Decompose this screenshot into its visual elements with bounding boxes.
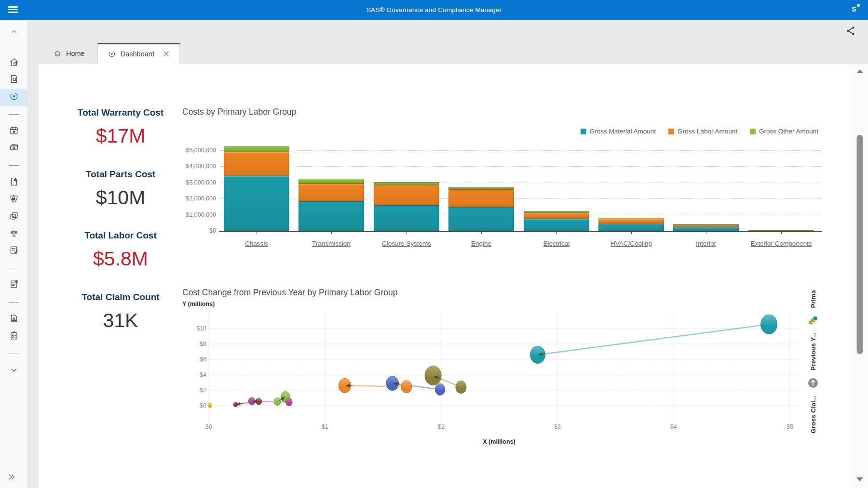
bar-segment[interactable] (524, 211, 589, 213)
tab-home[interactable]: Home (43, 43, 95, 64)
legend-item[interactable]: Gross Material Amount (581, 128, 656, 135)
bar-segment[interactable] (224, 152, 289, 176)
category-link-transmission[interactable]: Transmission (289, 240, 374, 248)
bar-segment[interactable] (224, 146, 289, 152)
scrollbar-thumb[interactable] (857, 135, 863, 354)
bubble-highlight (401, 381, 412, 393)
sidebar-item-list (0, 54, 27, 380)
bubble-highlight (208, 403, 212, 408)
rotated-label-previous-year: Previous Y... (810, 332, 817, 370)
double-chevron-right-icon (7, 475, 17, 484)
legend-item[interactable]: Gross Labor Amount (668, 128, 737, 135)
bar-segment[interactable] (298, 201, 364, 231)
tab-dashboard[interactable]: Dashboard (97, 43, 180, 64)
bar-segment[interactable] (524, 219, 589, 231)
x-axis-tick (257, 232, 257, 234)
bar-segment[interactable] (224, 176, 289, 231)
home-icon (53, 49, 62, 58)
sidebar-item-doc-check[interactable] (0, 243, 27, 260)
bar-segment[interactable] (598, 219, 664, 224)
vertical-scrollbar[interactable] (851, 64, 868, 488)
app-header: SAS® Governance and Compliance Manager S (0, 0, 868, 20)
category-link-engine[interactable]: Engine (439, 240, 524, 248)
sidebar-scroll-up-button[interactable] (0, 23, 27, 42)
y-axis-tick: $4,000,000 (152, 162, 216, 170)
category-link-chassis[interactable]: Chassis (214, 240, 299, 248)
x-axis-tick (706, 232, 706, 234)
bar-segment[interactable] (524, 213, 589, 219)
sidebar-item-money[interactable] (0, 140, 27, 158)
bar-segment[interactable] (673, 225, 739, 227)
sidebar-item-doc-search[interactable] (0, 72, 27, 89)
bar-segment[interactable] (298, 179, 364, 183)
sidebar-item-report[interactable] (0, 277, 27, 294)
app-title: SAS® Governance and Compliance Manager (0, 0, 868, 20)
bar-chassis (224, 146, 289, 231)
home-report-icon (9, 57, 19, 69)
sidebar-item-calendar-star[interactable] (0, 123, 27, 140)
kpi-label: Total Parts Cost (47, 169, 194, 180)
category-link-electrical[interactable]: Electrical (514, 240, 599, 248)
y-axis-tick: $1,000,000 (152, 211, 216, 219)
x-axis-tick (481, 232, 482, 234)
sidebar-expand-button[interactable] (7, 472, 17, 484)
bar-segment[interactable] (448, 207, 514, 231)
clipboard-check-icon (9, 330, 19, 343)
y-axis-tick: $0 (152, 227, 216, 235)
kpi-total-warranty-cost: Total Warranty Cost $17M (47, 107, 194, 147)
bar-segment[interactable] (374, 205, 439, 231)
kpi-total-labor-cost: Total Labor Cost $5.8M (47, 230, 194, 270)
category-link-exterior-components[interactable]: Exterior Components (739, 240, 824, 248)
y-axis-tick: $3,000,000 (152, 179, 216, 186)
bar-segment[interactable] (598, 218, 664, 219)
calendar-star-icon (9, 125, 19, 138)
sidebar-item-copy[interactable] (0, 209, 27, 226)
kpi-label: Total Claim Count (47, 292, 194, 303)
tab-dashboard-label: Dashboard (121, 50, 155, 58)
share-icon (845, 30, 856, 38)
category-link-interior[interactable]: Interior (664, 240, 748, 248)
close-icon[interactable] (163, 51, 170, 57)
bar-segment[interactable] (598, 224, 664, 231)
bubble-highlight (761, 315, 777, 334)
trend-line (538, 324, 769, 355)
bar-segment[interactable] (374, 185, 439, 205)
sidebar-item-gauge[interactable] (0, 89, 27, 106)
category-link-closure-systems[interactable]: Closure Systems (364, 240, 449, 248)
doc-search-icon (9, 74, 19, 86)
bar-segment[interactable] (374, 182, 439, 185)
sidebar-item-shield-lock[interactable] (0, 191, 27, 209)
sidebar-item-scales[interactable] (0, 225, 27, 243)
user-avatar[interactable]: S (852, 5, 856, 13)
bar-segment[interactable] (448, 189, 514, 207)
shield-lock-icon (9, 194, 19, 206)
copy-icon (9, 211, 19, 223)
sidebar-item-doc-search2[interactable] (0, 174, 27, 192)
sidebar-item-doc-warning[interactable] (0, 311, 27, 329)
sidebar-divider (0, 157, 27, 174)
share-button[interactable] (845, 25, 856, 39)
sidebar-item-home-report[interactable] (0, 54, 27, 72)
bar-segment[interactable] (673, 224, 739, 225)
gridline (220, 150, 821, 151)
bubble-chart-title: Cost Change from Previous Year by Primar… (182, 288, 397, 298)
bubble-chart-plot (183, 307, 815, 442)
x-axis-tick (781, 232, 782, 234)
tab-home-label: Home (66, 50, 85, 57)
bar-segment[interactable] (448, 187, 514, 189)
legend-item[interactable]: Gross Other Amount (750, 128, 818, 135)
sidebar-item-chevron-down[interactable] (0, 362, 27, 380)
notification-dot-icon (857, 4, 860, 7)
category-link-hvac-cooling[interactable]: HVAC/Cooling (589, 240, 674, 248)
dashboard-panel: Total Warranty Cost $17M Total Parts Cos… (39, 64, 851, 488)
sidebar-item-clipboard-check[interactable] (0, 328, 27, 345)
kpi-value: $17M (47, 125, 194, 147)
x-axis-tick (556, 232, 557, 234)
scrollbar-down-arrow-icon[interactable] (856, 477, 863, 481)
bar-segment[interactable] (298, 184, 364, 201)
kpi-label: Total Warranty Cost (47, 107, 194, 118)
bubble-highlight (530, 346, 545, 363)
chevron-down-icon (9, 365, 19, 377)
scrollbar-up-arrow-icon[interactable] (856, 69, 863, 73)
y-axis-tick: $5,000,000 (152, 146, 216, 154)
